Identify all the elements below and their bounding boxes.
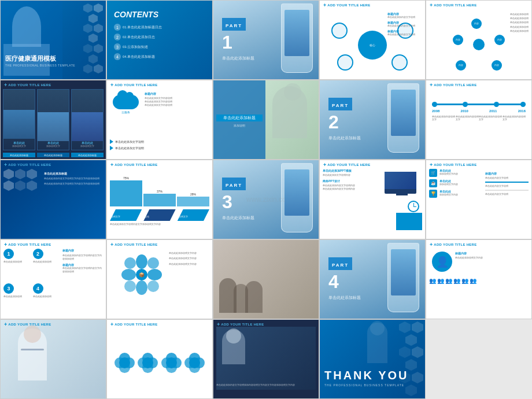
title-badge-21: + ADD YOUR TITLE HERE [4,322,51,327]
flower-diagram: 📦 [119,252,165,298]
petal-br [147,280,159,292]
contents-item-1: 1 01.单击此处添加标题日志 [114,24,208,31]
d-shape-2: 总结 [143,209,175,221]
plus-icon: + [4,162,7,168]
part-number-3: 3 [222,191,254,213]
part3-inner: PART 3 单击此处添加标题 [213,160,319,239]
people-text: 标题内容 单击此处添加说明文字内容 [455,252,529,260]
contents-item-3: 3 03.云添加如知道 [114,43,208,50]
hex-text: 单击此处添加标题 单击此处添加内容文字说明文字内容文字内容添加说明 单击此处添加… [44,172,103,186]
glass-image-2 [387,83,419,153]
num-right: 标题内容 单击此处添加内容文字说明内容文字内容添加说明 标题内容 单击此处添加内… [62,249,103,316]
slide-dark-quote: + ADD YOUR TITLE HERE 单击此处添加内容文字说明添加内容说明… [213,319,319,399]
part4b-inner: PART 4 单击此处添加标题 [320,240,425,319]
radial-inner: + ADD YOUR TITLE HERE 内容 内容 [426,1,531,79]
part-subtitle-4: 单击此处添加标题 [328,295,361,301]
plus-icon: + [430,242,433,247]
slide-timeline: + ADD YOUR TITLE HERE 2008 2010 2011 201… [426,80,532,160]
large-person-icon: 👤 [432,252,452,272]
part2-label: PART 2 单击此处添加标题 [328,98,361,141]
right-text: 标题内容 单击此处内容文字说明 单击此处内容文字说明 单击此处内容文字说明 [485,172,529,196]
hex-7 [94,44,103,53]
title-badge-7: + ADD YOUR TITLE HERE [110,82,158,88]
photo-box-1: 单击此处 添加说明文字 [3,89,35,150]
part1-label: PART 1 单击此处添加标题 [222,18,254,61]
slide-part4b: PART 4 单击此处添加标题 [319,239,426,319]
arrow-item-1: 单击此处添加文字说明 [110,139,209,144]
stethoscope [21,349,44,350]
slide-part4 [213,239,319,319]
bottom-buttons: 单击此处添加标题 单击此处添加标题 单击此处添加标题 [3,153,104,157]
num-item-3: 3 单击此处添加说明 [3,283,31,316]
petal-tl [124,257,136,269]
hex-icon-grid [3,169,41,236]
doctor-photo-inner: + ADD YOUR TITLE HERE [1,320,106,398]
diamond-row: 说明文字 总结 说明文字 [110,209,209,221]
center-dot [473,39,485,50]
title-badge-20: + ADD YOUR TITLE HERE [430,242,477,247]
doctor-photo-bg [1,320,106,398]
d-shape-3: 说明文字 [178,209,209,221]
slide-thank-you: THANK YOU THE PROFESSIONAL BUSINESS TEMP… [319,319,426,399]
center-icon: 📦 [136,269,147,280]
photo-row: 单击此处 添加说明文字 单击此处 添加说明文字 单击此处 添加说明文字 [3,89,104,150]
hex-5 [83,24,93,33]
num-grid: 1 单击此处添加说明 2 单击此处添加说明 3 单击此处添加说明 4 单击此处添… [3,249,60,316]
plus-icon: + [217,322,220,327]
timeline-inner: + ADD YOUR TITLE HERE 2008 2010 2011 201… [426,80,531,159]
meeting-bg [213,240,319,319]
arrow-icon [110,146,113,150]
petal-top [136,254,147,269]
lab-overlay: 单击此处添加标题 添加说明 [213,80,265,159]
item-icon-2: ☕ [429,179,437,187]
star-3 [161,353,182,373]
hex-9 [88,54,98,64]
hex-2 [83,3,93,13]
title-badge-4: + ADD YOUR TITLE HERE [323,2,371,8]
monitor-stand [396,194,408,195]
numbered-inner: + ADD YOUR TITLE HERE 1 单击此处添加说明 2 单击此处添… [1,240,106,319]
slide-grid: 医疗健康通用模板 THE PROFESSIONAL BUSINESS TEMPL… [0,0,532,399]
screen [385,172,416,189]
part3-label: PART 3 单击此处添加标题 [222,178,254,221]
orbit-circle-1 [331,23,348,39]
part1-inner: PART 1 单击此处添加标题 [213,1,319,79]
num-item-4: 4 单击此处添加说明 [33,283,60,316]
slide-people: + ADD YOUR TITLE HERE 👤 👥 👥 👥 👥 👥 👥 标题内容… [426,239,532,319]
liquid-2 [391,90,416,136]
num-circle-3: 3 [3,283,14,294]
hex-4 [94,24,103,33]
cloud-icon: 云服务 [113,95,139,112]
plus-icon: + [323,162,326,168]
progress-area: 75% 37% 28% 说明文字 [110,172,209,236]
title-badge-5: + ADD YOUR TITLE HERE [430,2,477,8]
device-img [382,172,422,230]
lab-title-block: 单击此处添加标题 添加说明 [213,112,265,130]
bar-3: 28% [177,193,209,206]
slide-progress: + ADD YOUR TITLE HERE 75% 37% 28% [106,160,213,239]
plus-icon: + [110,162,113,168]
btn-1: 单击此处添加标题 [3,153,35,157]
hex-i-6 [27,180,37,191]
plus-icon: + [110,322,113,327]
t-dot-4 [520,102,526,107]
btn-3: 单击此处添加标题 [71,153,104,157]
title-badge-11: + ADD YOUR TITLE HERE [4,162,51,168]
plus-icon: + [4,322,7,327]
slide-features: + ADD YOUR TITLE HERE 单击此处 添加说明文字 单击此处 添… [0,80,106,160]
glass-image [281,3,313,73]
surgeon-bg [216,327,316,390]
contents-item-4: 4 04.单击此处添加标题 [114,53,208,60]
doctor-head [12,6,41,47]
thank-you-inner: THANK YOU THE PROFESSIONAL BUSINESS TEMP… [320,320,425,398]
item-num: 3 [114,43,121,50]
t-dot-1 [432,102,437,107]
part2-inner: PART 2 单击此处添加标题 [320,80,425,159]
surgeon-head [226,328,241,343]
glass-image-3 [281,163,313,232]
laptop-text: 单击此处添加PPT模板 单击此处添加文字说明内容 商务PPT设计 单击此处添加内… [323,169,369,191]
hex-i-2 [15,169,25,179]
star-1 [114,353,135,373]
slide-lab: 单击此处添加标题 添加说明 [213,80,319,160]
cloud-text: 标题内容 单击此处添加文字内容说明 单击此处添加文字内容说明 单击此处添加文字内… [145,92,209,107]
